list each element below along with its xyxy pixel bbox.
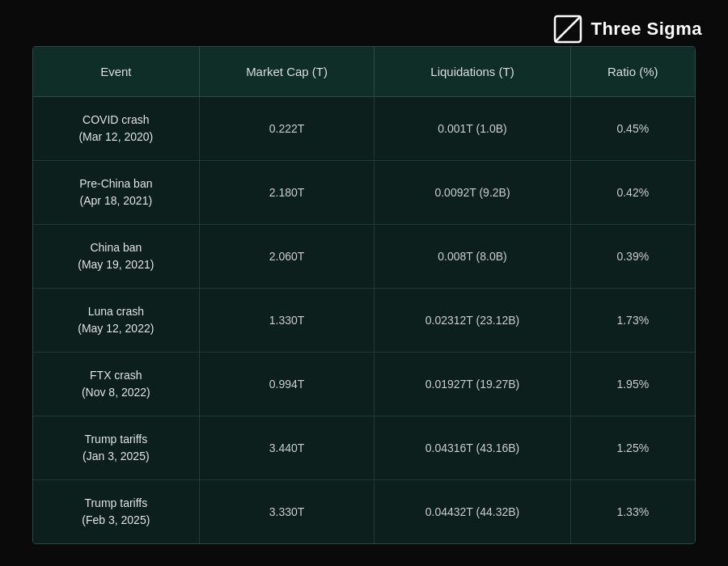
cell-ratio: 0.39% [570,225,695,289]
cell-liquidations: 0.0092T (9.2B) [375,161,570,225]
logo-area: Three Sigma [553,15,702,44]
col-header-event: Event [33,47,199,97]
table-row: Luna crash(May 12, 2022)1.330T0.02312T (… [33,289,695,353]
svg-line-1 [555,16,581,42]
table-row: Trump tariffs(Feb 3, 2025)3.330T0.04432T… [33,480,695,544]
cell-liquidations: 0.008T (8.0B) [375,225,570,289]
cell-event: China ban(May 19, 2021) [33,225,199,289]
cell-event: Trump tariffs(Jan 3, 2025) [33,416,199,480]
data-table-container: Event Market Cap (T) Liquidations (T) Ra… [32,46,696,544]
data-table: Event Market Cap (T) Liquidations (T) Ra… [33,47,695,543]
page-wrapper: Three Sigma Event Market Cap (T) Liquida… [0,0,728,566]
table-row: Trump tariffs(Jan 3, 2025)3.440T0.04316T… [33,416,695,480]
col-header-ratio: Ratio (%) [570,47,695,97]
table-header-row: Event Market Cap (T) Liquidations (T) Ra… [33,47,695,97]
cell-event: Pre-China ban(Apr 18, 2021) [33,161,199,225]
cell-liquidations: 0.04432T (44.32B) [375,480,570,544]
cell-market-cap: 0.222T [199,97,375,161]
cell-event: Trump tariffs(Feb 3, 2025) [33,480,199,544]
logo-text: Three Sigma [590,19,702,40]
cell-market-cap: 0.994T [199,353,375,416]
cell-event: COVID crash(Mar 12, 2020) [33,97,199,161]
cell-ratio: 1.73% [570,289,695,353]
cell-market-cap: 3.330T [199,480,375,544]
cell-market-cap: 2.180T [199,161,375,225]
cell-market-cap: 2.060T [199,225,375,289]
cell-liquidations: 0.04316T (43.16B) [375,416,570,480]
table-row: FTX crash(Nov 8, 2022)0.994T0.01927T (19… [33,353,695,416]
cell-market-cap: 3.440T [199,416,375,480]
cell-ratio: 0.42% [570,161,695,225]
col-header-market-cap: Market Cap (T) [199,47,375,97]
table-row: China ban(May 19, 2021)2.060T0.008T (8.0… [33,225,695,289]
logo-icon [553,15,582,44]
table-body: COVID crash(Mar 12, 2020)0.222T0.001T (1… [33,97,695,544]
cell-liquidations: 0.001T (1.0B) [375,97,570,161]
cell-ratio: 0.45% [570,97,695,161]
cell-event: FTX crash(Nov 8, 2022) [33,353,199,416]
table-row: Pre-China ban(Apr 18, 2021)2.180T0.0092T… [33,161,695,225]
cell-ratio: 1.25% [570,416,695,480]
cell-ratio: 1.95% [570,353,695,416]
cell-ratio: 1.33% [570,480,695,544]
cell-liquidations: 0.02312T (23.12B) [375,289,570,353]
cell-market-cap: 1.330T [199,289,375,353]
table-row: COVID crash(Mar 12, 2020)0.222T0.001T (1… [33,97,695,161]
col-header-liquidations: Liquidations (T) [375,47,570,97]
cell-event: Luna crash(May 12, 2022) [33,289,199,353]
cell-liquidations: 0.01927T (19.27B) [375,353,570,416]
